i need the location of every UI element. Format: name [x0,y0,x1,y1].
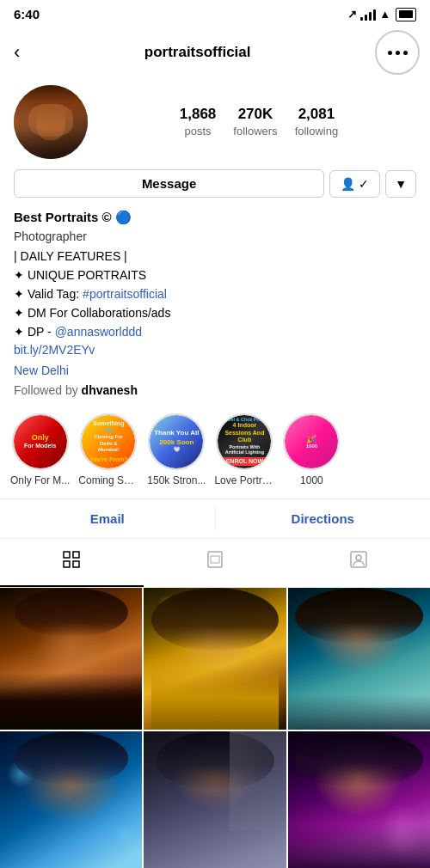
followers-label: followers [233,125,277,138]
dot-icon [403,51,408,55]
photo-cell[interactable] [288,588,430,730]
story-item[interactable]: Something Big Coming For Delhi & Mumbai!… [78,413,138,486]
bio-line-1: | DAILY FEATURES | [14,248,416,266]
svg-rect-0 [64,552,70,558]
directions-button[interactable]: Directions [216,499,431,538]
avatar[interactable] [14,85,88,159]
story-label: Love Portrai... [214,474,274,486]
photo-cell[interactable] [0,731,142,868]
wifi-icon: ▲ [379,8,390,21]
story-label: Only For M... [10,474,70,486]
following-count: 2,081 [295,106,339,123]
bio-section: Best Portraits © 🔵 Photographer | DAILY … [0,206,430,406]
photo-cell[interactable] [144,588,286,730]
back-button[interactable]: ‹ [14,41,20,64]
profile-header: 1,868 posts 270K followers 2,081 followi… [0,82,430,169]
bio-line-3: ✦ Valid Tag: #portraitsofficial [14,285,416,303]
photo-grid [0,588,430,869]
dp-link[interactable]: @annasworlddd [55,323,142,341]
nav-bar: ‹ portraitsofficial [0,25,430,82]
story-label: 1000 [300,474,323,486]
svg-point-7 [356,555,361,560]
profile-title: Photographer [14,228,416,246]
story-item[interactable]: Only For Models Only For M... [10,413,70,486]
followed-by-text: Followed by dhvanesh [14,382,416,400]
dropdown-button[interactable]: ▼ [385,170,416,198]
tagged-icon [348,549,369,575]
followers-stat[interactable]: 270K followers [233,106,277,138]
feed-icon [205,549,225,575]
bio-line-4: ✦ DM For Collaborations/ads [14,304,416,322]
location-arrow-icon: ↗ [347,8,357,21]
followed-by-user[interactable]: dhvanesh [82,383,138,397]
stories-section: Only For Models Only For M... Something … [0,406,430,490]
stats-container: 1,868 posts 270K followers 2,081 followi… [101,106,416,138]
svg-rect-4 [208,552,222,567]
bio-line-2: ✦ UNIQUE PORTRAITS [14,266,416,284]
stories-scroll: Only For Models Only For M... Something … [0,413,430,486]
story-item[interactable]: 🎉 1000 1000 [283,413,340,486]
person-icon: 👤 [341,177,355,191]
profile-name: Best Portraits © 🔵 [14,208,416,228]
checkmark-icon: ✓ [359,177,369,191]
following-stat[interactable]: 2,081 following [295,106,339,138]
email-button[interactable]: Email [0,499,215,538]
story-label: Coming Soon [78,474,138,486]
status-bar: 6:40 ↗ ▲ [0,0,430,25]
dot-icon [396,51,400,55]
svg-rect-3 [73,561,79,567]
story-label: 150k Stron... [147,474,206,486]
follow-button[interactable]: 👤 ✓ [329,170,380,198]
status-time: 6:40 [14,7,40,21]
signal-icon [360,9,376,21]
tab-feed[interactable] [144,539,287,587]
bio-link[interactable]: bit.ly/2MV2EYv [14,341,416,359]
profile-username-title: portraitsofficial [20,44,375,61]
photo-cell[interactable] [288,731,430,868]
photo-cell[interactable] [0,588,142,730]
status-icons: ↗ ▲ [347,8,416,21]
tab-tagged[interactable] [286,539,430,587]
photo-cell[interactable] [144,731,286,868]
action-buttons-row: Message 👤 ✓ ▼ [0,169,430,206]
bio-line-5: ✦ DP - @annasworlddd [14,323,416,341]
posts-label: posts [185,125,212,138]
svg-rect-2 [64,561,70,567]
svg-rect-1 [73,552,79,558]
contact-row: Email Directions [0,498,430,539]
location-label[interactable]: New Delhi [14,362,416,380]
more-options-button[interactable] [375,30,420,75]
blue-circle-icon: 🔵 [115,210,132,224]
battery-icon [396,8,416,21]
following-label: following [295,125,339,138]
hashtag-link[interactable]: #portraitsofficial [83,285,167,303]
tab-grid[interactable] [0,539,144,587]
tabs-bar [0,539,430,588]
story-item[interactable]: Thank You All 200k Soon 🤍 150k Stron... [147,413,206,486]
followers-count: 270K [233,106,277,123]
grid-icon [61,549,82,575]
posts-stat[interactable]: 1,868 posts [180,106,217,138]
posts-count: 1,868 [180,106,217,123]
dot-icon [388,51,392,55]
story-item[interactable]: Travel & Click Points 4 Indoor Sessions … [214,413,274,486]
message-button[interactable]: Message [14,169,324,198]
svg-rect-5 [211,556,219,563]
copyright-icon: © [102,210,112,224]
